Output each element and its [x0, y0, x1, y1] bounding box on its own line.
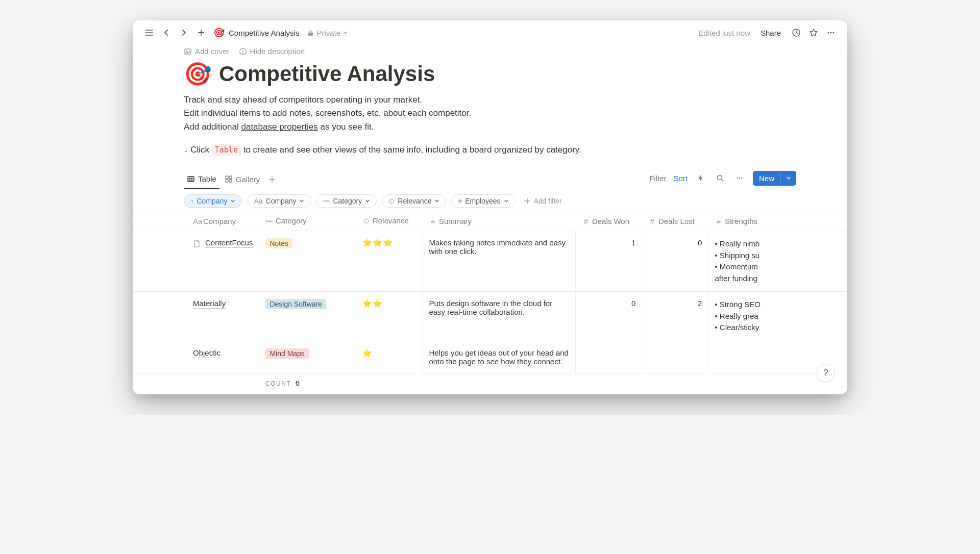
deals-lost-cell[interactable]: 0	[642, 231, 708, 292]
more-icon[interactable]	[824, 26, 838, 40]
page-hint: ↓ Click Table to create and see other vi…	[184, 145, 796, 155]
new-button[interactable]: New	[753, 171, 796, 186]
plus-icon	[524, 197, 531, 205]
lock-icon	[307, 30, 314, 36]
svg-point-16	[741, 178, 743, 179]
summary-cell[interactable]: Puts design software in the cloud for ea…	[423, 292, 576, 341]
add-view-button[interactable]	[265, 172, 279, 187]
table-row[interactable]: MateriallyDesign Software⭐⭐Puts design s…	[133, 292, 847, 341]
filter-pill-employees[interactable]: #Employees	[451, 194, 515, 208]
hint-code: Table	[212, 144, 241, 156]
summary-cell[interactable]: Helps you get ideas out of your head and…	[423, 341, 576, 373]
tab-table[interactable]: Table	[184, 170, 219, 189]
view-actions: Filter Sort New	[649, 171, 796, 189]
sort-pill[interactable]: ↑ Company	[184, 194, 242, 208]
table-icon	[187, 175, 195, 183]
filter-pill-relevance[interactable]: ⊙Relevance	[382, 194, 446, 208]
filter-pill-label: Category	[333, 197, 362, 205]
table-row[interactable]: ContentFocusNotes⭐⭐⭐Makes taking notes i…	[133, 231, 847, 292]
add-filter-label: Add filter	[534, 197, 562, 205]
svg-rect-9	[226, 176, 228, 179]
col-deals-won[interactable]: #Deals Won	[576, 211, 642, 231]
property-type-icon: ≔	[323, 197, 330, 205]
breadcrumb-title: Competitive Analysis	[229, 29, 299, 37]
relevance-stars[interactable]: ⭐⭐	[362, 299, 383, 308]
page-content: Add cover Hide description 🎯 Competitive…	[133, 45, 847, 394]
summary-cell[interactable]: Makes taking notes immediate and easy wi…	[423, 231, 576, 292]
tab-gallery-label: Gallery	[236, 175, 260, 184]
add-filter-button[interactable]: Add filter	[524, 197, 562, 205]
privacy-toggle[interactable]: Private	[307, 29, 348, 37]
updates-icon[interactable]	[789, 26, 803, 40]
favorite-icon[interactable]	[806, 26, 821, 40]
table-row[interactable]: ObjecticMind Maps⭐Helps you get ideas ou…	[133, 341, 847, 373]
deals-won-cell[interactable]: 1	[576, 231, 642, 292]
company-cell[interactable]: Objectic	[193, 348, 253, 358]
page-emoji[interactable]: 🎯	[184, 63, 212, 85]
col-relevance[interactable]: ⊙Relevance	[356, 211, 423, 231]
desc-line-1: Track and stay ahead of competitors oper…	[184, 93, 796, 107]
chevron-down-icon	[504, 198, 509, 204]
view-tabs: Table Gallery Filter Sort	[184, 170, 796, 189]
page-icon	[193, 239, 201, 247]
category-tag[interactable]: Mind Maps	[265, 348, 308, 359]
menu-icon[interactable]	[142, 26, 156, 40]
page-heading[interactable]: Competitive Analysis	[219, 62, 435, 86]
col-strengths[interactable]: ≡Strengths	[708, 211, 847, 231]
company-cell[interactable]: Materially	[193, 299, 253, 309]
search-icon[interactable]	[714, 172, 726, 184]
count-label: COUNT	[265, 380, 291, 387]
filter-pill-category[interactable]: ≔Category	[316, 194, 377, 208]
category-tag[interactable]: Notes	[265, 238, 292, 248]
automation-icon[interactable]	[695, 172, 707, 184]
forward-icon[interactable]	[177, 26, 191, 40]
col-company[interactable]: AaCompany	[133, 211, 259, 231]
help-button[interactable]: ?	[817, 364, 835, 382]
filter-button[interactable]: Filter	[649, 174, 666, 183]
filter-pill-company[interactable]: AaCompany	[247, 194, 311, 208]
help-icon: ?	[823, 368, 828, 378]
sort-arrow-icon: ↑	[190, 197, 194, 205]
new-button-caret[interactable]	[780, 172, 796, 184]
svg-point-1	[828, 32, 829, 34]
view-more-icon[interactable]	[733, 172, 746, 184]
desc-line-3: Add additional database properties as yo…	[184, 120, 796, 134]
new-page-icon[interactable]	[194, 26, 208, 40]
edited-label: Edited just now	[698, 29, 750, 37]
relevance-stars[interactable]: ⭐⭐⭐	[362, 238, 393, 247]
page-emoji-small: 🎯	[213, 27, 225, 38]
chevron-down-icon	[786, 175, 791, 181]
category-tag[interactable]: Design Software	[265, 299, 326, 309]
app-window: 🎯 Competitive Analysis Private Edited ju…	[133, 20, 847, 394]
breadcrumb[interactable]: 🎯 Competitive Analysis	[213, 27, 299, 38]
page-description[interactable]: Track and stay ahead of competitors oper…	[184, 93, 796, 134]
relevance-stars[interactable]: ⭐	[362, 348, 373, 357]
chevron-down-icon	[343, 30, 348, 35]
company-cell[interactable]: ContentFocus	[193, 238, 253, 248]
svg-rect-11	[226, 180, 228, 182]
deals-won-cell[interactable]	[576, 341, 642, 373]
col-summary[interactable]: ≡Summary	[423, 211, 576, 231]
svg-point-2	[830, 32, 832, 34]
filter-pill-label: Company	[266, 197, 297, 205]
strengths-cell[interactable]: Really nimbShipping suMomentumafter fund…	[708, 231, 847, 292]
property-type-icon: #	[458, 197, 462, 205]
sort-button[interactable]: Sort	[673, 174, 688, 183]
add-cover-button[interactable]: Add cover	[184, 47, 230, 56]
tab-gallery[interactable]: Gallery	[222, 171, 263, 189]
db-properties-link[interactable]: database properties	[241, 122, 317, 132]
svg-point-5	[186, 50, 187, 51]
strengths-cell[interactable]: Strong SEOReally greaClear/sticky	[708, 292, 847, 341]
svg-point-14	[737, 178, 738, 179]
add-cover-label: Add cover	[195, 47, 230, 56]
col-deals-lost[interactable]: #Deals Lost	[642, 211, 708, 231]
svg-point-15	[739, 178, 741, 179]
col-category[interactable]: ≔Category	[259, 211, 356, 231]
deals-lost-cell[interactable]	[642, 341, 708, 373]
share-button[interactable]: Share	[761, 29, 781, 37]
deals-lost-cell[interactable]: 2	[642, 292, 708, 341]
back-icon[interactable]	[159, 26, 174, 40]
hide-description-button[interactable]: Hide description	[239, 47, 305, 56]
deals-won-cell[interactable]: 0	[576, 292, 642, 341]
count-value: 6	[296, 379, 300, 387]
